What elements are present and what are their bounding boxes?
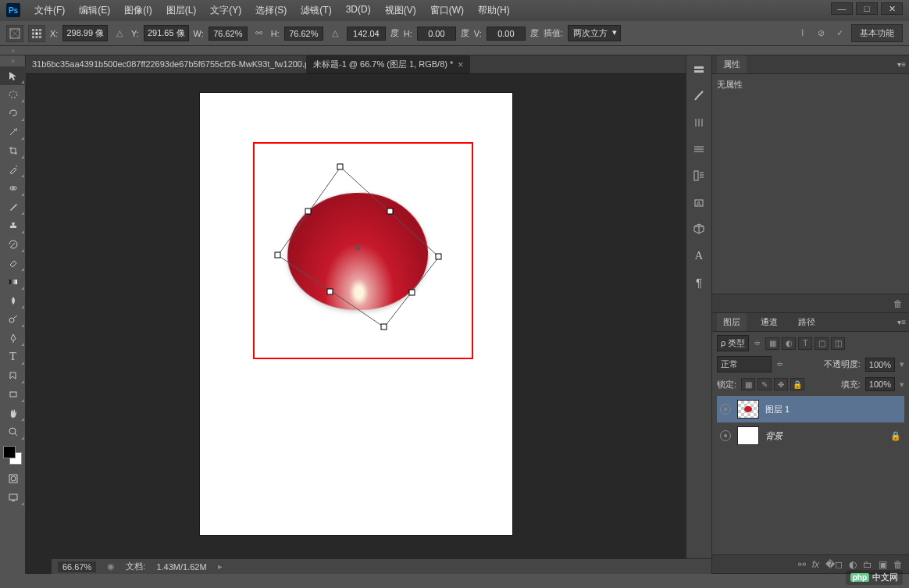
visibility-icon[interactable] [720, 404, 731, 415]
document-tab-0[interactable]: 31b6bc35aa4391b500ec087ff22693de67b5f675… [26, 55, 307, 73]
canvas-viewport[interactable] [26, 74, 686, 574]
cancel-transform-icon[interactable]: ⊘ [814, 27, 828, 41]
tab-layers[interactable]: 图层 [717, 313, 747, 331]
h-value[interactable]: 76.62% [284, 27, 323, 41]
tool-shape[interactable] [0, 385, 26, 404]
tool-heal[interactable] [0, 179, 26, 198]
transform-handle[interactable] [275, 252, 280, 258]
filter-pixel-icon[interactable]: ▦ [765, 337, 779, 350]
transform-handle[interactable] [337, 164, 343, 169]
workspace-select[interactable]: 基本功能 [851, 24, 903, 42]
maximize-button[interactable]: □ [856, 2, 878, 15]
expand-options-row[interactable]: » [0, 46, 909, 55]
tool-type[interactable]: T [0, 347, 26, 366]
tool-lasso[interactable] [0, 104, 26, 123]
link-wh-icon[interactable]: ⚯ [252, 27, 266, 41]
lock-transparent-icon[interactable]: ▦ [741, 378, 755, 390]
layer-row[interactable]: 背景 🔒 [717, 422, 904, 449]
layer-thumbnail[interactable] [737, 426, 759, 445]
tool-crop[interactable] [0, 141, 26, 160]
tab-properties[interactable]: 属性 [717, 55, 747, 73]
menu-select[interactable]: 选择(S) [249, 2, 293, 20]
menu-layer[interactable]: 图层(L) [160, 2, 203, 20]
panel-icon-paragraph-styles[interactable] [690, 168, 708, 184]
layer-name[interactable]: 背景 [765, 430, 782, 442]
minimize-button[interactable]: — [831, 2, 853, 15]
panel-icon-swatches[interactable] [690, 141, 708, 157]
tool-brush[interactable] [0, 198, 26, 216]
panel-icon-paragraph[interactable]: ¶ [690, 274, 708, 290]
tool-stamp[interactable] [0, 216, 26, 235]
menu-type[interactable]: 文字(Y) [204, 2, 248, 20]
filter-type-icon[interactable]: T [798, 337, 812, 350]
transform-handle[interactable] [381, 324, 387, 330]
menu-help[interactable]: 帮助(H) [472, 2, 516, 20]
angle-value[interactable]: 142.04 [347, 27, 386, 41]
tool-dodge[interactable] [0, 310, 26, 329]
tab-paths[interactable]: 路径 [792, 313, 822, 331]
layer-group-icon[interactable]: 🗀 [863, 559, 872, 570]
status-menu-icon[interactable]: ▸ [218, 561, 223, 572]
layer-fx-icon[interactable]: fx [812, 559, 819, 570]
panel-icon-history[interactable] [690, 62, 708, 77]
tool-history-brush[interactable] [0, 235, 26, 254]
expand-tools-icon[interactable]: » [0, 55, 26, 66]
panel-icon-brush[interactable] [690, 88, 708, 104]
menu-window[interactable]: 窗口(W) [424, 2, 470, 20]
swap-xy-icon[interactable]: △ [112, 27, 127, 41]
visibility-icon[interactable] [720, 430, 731, 441]
panel-menu-icon[interactable]: ▾≡ [897, 60, 906, 69]
interp-select[interactable]: 两次立方 [568, 25, 621, 41]
layer-kind-select[interactable]: ρ 类型 [717, 335, 749, 351]
close-icon[interactable]: × [458, 59, 463, 70]
lock-pixels-icon[interactable]: ✎ [758, 378, 772, 390]
menu-view[interactable]: 视图(V) [379, 2, 422, 20]
w-value[interactable]: 76.62% [209, 27, 248, 41]
fill-value[interactable]: 100% [865, 377, 895, 391]
canvas[interactable] [200, 93, 512, 535]
zoom-value[interactable]: 66.67% [58, 561, 96, 572]
foreground-color[interactable] [3, 446, 16, 458]
warp-icon[interactable]: ⌇ [795, 27, 809, 41]
tool-move[interactable] [0, 66, 26, 85]
layer-thumbnail[interactable] [737, 400, 759, 419]
filter-smart-icon[interactable]: ◫ [831, 337, 845, 350]
tool-zoom[interactable] [0, 422, 26, 441]
menu-edit[interactable]: 编辑(E) [73, 2, 116, 20]
opacity-value[interactable]: 100% [865, 358, 895, 372]
layer-mask-icon[interactable]: �◻ [825, 559, 843, 570]
menu-filter[interactable]: 滤镜(T) [294, 2, 337, 20]
y-value[interactable]: 291.65 像 [144, 25, 189, 41]
vskew-value[interactable]: 0.00 [487, 27, 526, 41]
tool-blur[interactable] [0, 291, 26, 310]
delete-layer-icon[interactable]: 🗑 [893, 559, 903, 570]
tool-eyedropper[interactable] [0, 160, 26, 179]
menu-file[interactable]: 文件(F) [28, 2, 71, 20]
link-layers-icon[interactable]: ⚯ [798, 559, 806, 570]
tool-pen[interactable] [0, 329, 26, 347]
filter-adjust-icon[interactable]: ◐ [782, 337, 796, 350]
document-tab-1[interactable]: 未标题-1 @ 66.7% (图层 1, RGB/8) * × [307, 55, 470, 73]
lock-position-icon[interactable]: ✥ [774, 378, 788, 390]
x-value[interactable]: 298.99 像 [62, 25, 108, 41]
panel-menu-icon[interactable]: ▾≡ [897, 318, 906, 326]
tool-gradient[interactable] [0, 273, 26, 291]
panel-icon-char-styles[interactable]: A [690, 194, 708, 210]
tool-screenmode[interactable] [0, 488, 26, 507]
adjustment-layer-icon[interactable]: ◐ [849, 559, 857, 570]
close-button[interactable]: ✕ [881, 2, 903, 15]
tool-path-select[interactable] [0, 366, 26, 385]
tool-quickmask[interactable] [0, 469, 26, 488]
commit-transform-icon[interactable]: ✓ [832, 27, 847, 41]
panel-icon-character[interactable]: A [690, 248, 708, 263]
trash-icon[interactable]: 🗑 [893, 298, 903, 309]
hskew-value[interactable]: 0.00 [417, 27, 456, 41]
panel-icon-brush-presets[interactable] [690, 115, 708, 130]
reference-point-icon[interactable] [28, 25, 45, 42]
tool-wand[interactable] [0, 123, 26, 141]
menu-3d[interactable]: 3D(D) [340, 2, 377, 20]
tool-hand[interactable] [0, 404, 26, 422]
menu-image[interactable]: 图像(I) [118, 2, 158, 20]
blend-mode-select[interactable]: 正常 [717, 356, 772, 372]
tool-eraser[interactable] [0, 254, 26, 273]
